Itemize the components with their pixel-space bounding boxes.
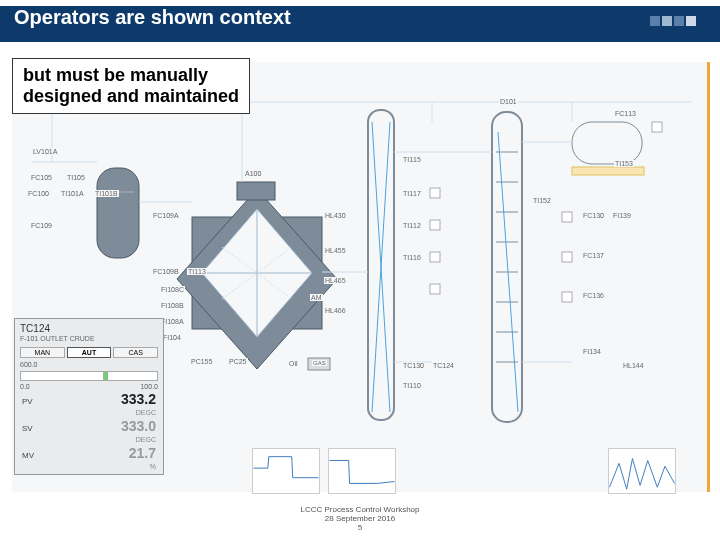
faceplate-tag: TC124	[18, 322, 160, 335]
svg-rect-21	[430, 284, 440, 294]
tag-ti112: TI112	[402, 222, 422, 229]
svg-rect-24	[562, 292, 572, 302]
tag-ti101b: TI101B	[94, 190, 119, 197]
tag-ti101a: TI101A	[60, 190, 85, 197]
tag-fc109: FC109	[30, 222, 53, 229]
tag-fc109b: FC109B	[152, 268, 180, 275]
tag-a100: A100	[244, 170, 262, 177]
svg-rect-8	[572, 167, 644, 175]
sv-label: SV	[22, 424, 33, 433]
controller-faceplate[interactable]: TC124 F-101 OUTLET CRUDE MAN AUT CAS 600…	[14, 318, 164, 475]
tag-fi108c: FI108C	[160, 286, 185, 293]
svg-rect-20	[430, 252, 440, 262]
mode-aut-button[interactable]: AUT	[67, 347, 112, 358]
tag-ti110: TI110	[402, 382, 422, 389]
svg-rect-22	[562, 212, 572, 222]
tag-d101: D101	[499, 98, 518, 105]
tag-lv101a: LV101A	[32, 148, 58, 155]
tag-ti153: TI153	[614, 160, 634, 167]
mv-value[interactable]: 21.7	[129, 445, 156, 461]
tag-ti105: TI105	[66, 174, 86, 181]
svg-rect-25	[652, 122, 662, 132]
tag-tc124: TC124	[432, 362, 455, 369]
tag-am: AM	[310, 294, 323, 301]
slide-title: Operators are shown context	[14, 6, 291, 28]
faceplate-desc: F-101 OUTLET CRUDE	[18, 335, 160, 345]
sv-value[interactable]: 333.0	[121, 418, 156, 434]
mv-unit: %	[150, 463, 156, 470]
svg-rect-0	[97, 168, 139, 258]
pv-label: PV	[22, 397, 33, 406]
tag-fc109a: FC109A	[152, 212, 180, 219]
tag-ti113: TI113	[187, 268, 207, 275]
tag-tc130: TC130	[402, 362, 425, 369]
slide-footer: LCCC Process Control Workshop 28 Septemb…	[0, 505, 720, 532]
trend-pane-3	[608, 448, 676, 494]
tag-fc113: FC113	[614, 110, 637, 117]
tag-fc100: FC100	[27, 190, 50, 197]
mv-label: MV	[22, 451, 34, 460]
pv-unit: DEGC	[136, 409, 156, 416]
header-decoration	[650, 16, 696, 26]
tag-oil: Oil	[288, 360, 299, 367]
svg-rect-5	[237, 182, 275, 200]
tag-ti115: TI115	[402, 156, 422, 163]
tag-ti117: TI117	[402, 190, 422, 197]
pv-value: 333.2	[121, 391, 156, 407]
tag-fc136: FC136	[582, 292, 605, 299]
tag-fc105: FC105	[30, 174, 53, 181]
tag-hl144: HL144	[622, 362, 645, 369]
tag-pc25: PC25	[228, 358, 248, 365]
svg-rect-19	[430, 220, 440, 230]
faceplate-bargraph	[20, 371, 158, 381]
tag-fi139: FI139	[612, 212, 632, 219]
trend-pane-1	[252, 448, 320, 494]
tag-fc137: FC137	[582, 252, 605, 259]
callout-box: but must be manually designed and mainta…	[12, 58, 250, 114]
tag-hl455: HL455	[324, 247, 347, 254]
tag-ti152: TI152	[532, 197, 552, 204]
tag-fi104: FI104	[162, 334, 182, 341]
mode-man-button[interactable]: MAN	[20, 347, 65, 358]
tag-ti116: TI116	[402, 254, 422, 261]
tag-gas: GAS	[312, 360, 327, 366]
tag-hl466: HL466	[324, 307, 347, 314]
tag-fi134: FI134	[582, 348, 602, 355]
tag-hl465: HL465	[324, 277, 347, 284]
scale-mid: 600.0	[18, 360, 160, 369]
trend-pane-2	[328, 448, 396, 494]
scale-lo: 0.0	[20, 383, 30, 390]
tag-fi108b: FI108B	[160, 302, 185, 309]
tag-hl430: HL430	[324, 212, 347, 219]
svg-rect-23	[562, 252, 572, 262]
svg-rect-9	[492, 112, 522, 422]
scale-hi: 100.0	[140, 383, 158, 390]
mode-cas-button[interactable]: CAS	[113, 347, 158, 358]
tag-fc130: FC130	[582, 212, 605, 219]
tag-pc155: PC155	[190, 358, 213, 365]
svg-rect-7	[572, 122, 642, 164]
svg-rect-18	[430, 188, 440, 198]
sv-unit: DEGC	[136, 436, 156, 443]
